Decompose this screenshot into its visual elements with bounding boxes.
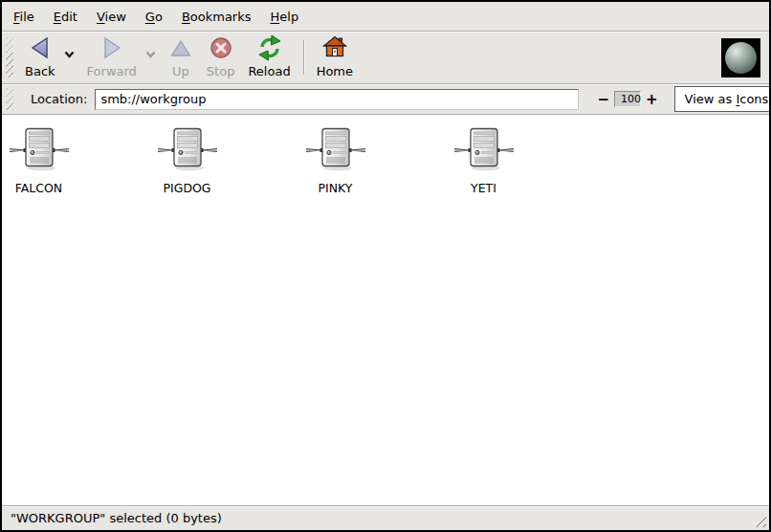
window-resize-grip[interactable]	[750, 511, 766, 527]
icon-row: FALCON	[2, 124, 558, 195]
chevron-down-icon	[145, 44, 156, 62]
back-history-dropdown[interactable]	[62, 42, 77, 64]
forward-history-dropdown[interactable]	[143, 42, 158, 64]
network-server-icon	[454, 124, 514, 178]
network-server-icon	[158, 124, 217, 178]
toolbar-drag-handle[interactable]	[6, 37, 13, 78]
icon-view-pane[interactable]: FALCON	[2, 115, 769, 505]
up-button[interactable]: Up	[162, 33, 200, 81]
menu-go[interactable]: Go	[136, 4, 172, 30]
menu-bookmarks[interactable]: Bookmarks	[172, 4, 261, 30]
server-item-yeti[interactable]: YETI	[409, 124, 558, 195]
server-label: FALCON	[15, 181, 62, 195]
server-item-pinky[interactable]: PINKY	[261, 124, 409, 195]
back-icon	[28, 35, 53, 63]
status-text: "WORKGROUP" selected (0 bytes)	[11, 511, 222, 525]
zoom-in-button[interactable]: +	[641, 91, 663, 108]
view-mode-value: View as Icons	[675, 92, 771, 106]
server-label: PINKY	[319, 181, 353, 195]
location-bar: Location: − 100 + View as Icons	[2, 84, 769, 115]
menu-view[interactable]: View	[87, 4, 136, 30]
network-server-icon	[10, 124, 69, 178]
location-input[interactable]	[95, 89, 579, 110]
menu-edit[interactable]: Edit	[44, 4, 87, 30]
back-button[interactable]: Back	[18, 33, 62, 81]
zoom-level-indicator: 100	[614, 91, 641, 107]
throbber	[721, 38, 760, 78]
zoom-out-button[interactable]: −	[592, 91, 614, 108]
home-icon	[322, 35, 347, 63]
chevron-down-icon	[64, 44, 75, 62]
reload-icon	[256, 34, 283, 64]
toolbar-separator	[303, 40, 304, 75]
reload-button[interactable]: Reload	[241, 33, 297, 81]
menu-help[interactable]: Help	[261, 4, 309, 30]
view-mode-select[interactable]: View as Icons	[674, 86, 771, 112]
location-label: Location:	[31, 92, 87, 106]
menu-file[interactable]: File	[4, 4, 44, 30]
server-item-falcon[interactable]: FALCON	[2, 124, 113, 195]
network-server-icon	[306, 124, 365, 178]
forward-button[interactable]: Forward	[80, 33, 143, 81]
stop-icon	[209, 35, 233, 63]
location-bar-drag-handle[interactable]	[6, 88, 13, 110]
toolbar: Back Forward U	[2, 32, 769, 84]
forward-icon	[99, 35, 124, 63]
server-item-pigdog[interactable]: PIGDOG	[113, 124, 261, 195]
throbber-sphere-icon	[725, 42, 757, 74]
stop-button[interactable]: Stop	[200, 33, 242, 81]
home-button[interactable]: Home	[310, 33, 360, 81]
server-label: YETI	[471, 181, 496, 195]
menu-bar: File Edit View Go Bookmarks Help	[2, 2, 769, 32]
up-icon	[168, 35, 193, 63]
server-label: PIGDOG	[163, 181, 210, 195]
status-bar: "WORKGROUP" selected (0 bytes)	[2, 505, 769, 530]
file-manager-window: File Edit View Go Bookmarks Help Back	[0, 0, 771, 532]
